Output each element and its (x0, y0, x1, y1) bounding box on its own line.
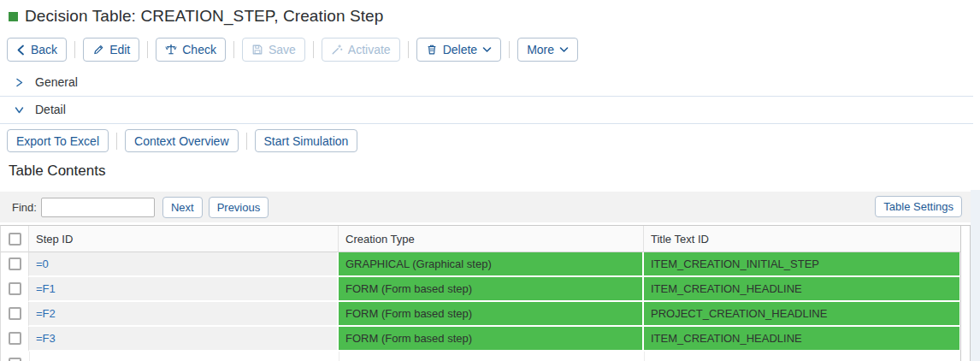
export-to-excel-button[interactable]: Export To Excel (7, 129, 109, 152)
delete-menu-button[interactable]: Delete (416, 38, 501, 62)
toolbar-separator (147, 41, 148, 58)
toolbar-separator (116, 133, 117, 150)
find-label: Find: (12, 201, 37, 214)
creation-type-cell[interactable]: GRAPHICAL (Graphical step) (339, 252, 644, 277)
column-divider (339, 352, 339, 361)
title-text-id-cell[interactable]: ITEM_CREATION_HEADLINE (644, 327, 961, 352)
toolbar-separator (313, 41, 314, 58)
table-row: =F3 FORM (Form based step) ITEM_CREATION… (1, 327, 960, 352)
table-scrollbar-track[interactable] (960, 225, 971, 361)
toolbar-separator (509, 41, 510, 58)
creation-type-cell[interactable]: FORM (Form based step) (339, 302, 644, 327)
row-checkbox[interactable] (9, 307, 21, 320)
page-right-gutter (971, 190, 980, 361)
more-menu-button[interactable]: More (517, 38, 578, 62)
check-button[interactable]: Check (156, 38, 226, 62)
divider (0, 123, 973, 124)
table-contents-grid: Step ID Creation Type Title Text ID =0 G… (0, 225, 960, 361)
column-header-title-text-id: Title Text ID (644, 226, 961, 252)
select-all-cell (1, 226, 29, 252)
pencil-icon (92, 44, 104, 56)
detail-actions-toolbar: Export To Excel Context Overview Start S… (7, 129, 357, 152)
chevron-left-icon (16, 44, 26, 56)
step-id-cell[interactable]: =F1 (29, 277, 339, 302)
title-text-id-cell[interactable]: ITEM_CREATION_HEADLINE (644, 277, 961, 302)
start-simulation-button[interactable]: Start Simulation (255, 129, 358, 152)
chevron-down-icon (559, 46, 569, 53)
save-button[interactable]: Save (242, 38, 305, 62)
back-button[interactable]: Back (7, 38, 67, 62)
edit-button[interactable]: Edit (83, 38, 139, 62)
trash-icon (426, 44, 438, 56)
creation-type-cell[interactable]: FORM (Form based step) (339, 277, 644, 302)
section-general-header[interactable]: General (14, 75, 78, 89)
row-select-cell (1, 252, 29, 277)
table-row: =F1 FORM (Form based step) ITEM_CREATION… (1, 277, 960, 302)
table-contents-heading: Table Contents (9, 163, 105, 180)
title-text-id-cell[interactable]: PROJECT_CREATION_HEADLINE (644, 302, 961, 327)
find-toolbar: Find: Next Previous Table Settings (0, 192, 971, 222)
select-all-checkbox[interactable] (9, 233, 21, 246)
chevron-right-icon (14, 77, 25, 88)
section-general-label: General (35, 75, 78, 89)
row-select-cell (1, 302, 29, 327)
table-row-partial (1, 352, 960, 361)
row-checkbox[interactable] (9, 282, 21, 295)
row-select-cell (1, 327, 29, 352)
toolbar-separator (233, 41, 234, 58)
page-title: Decision Table: CREATION_STEP, Creation … (25, 7, 383, 26)
toolbar-separator (246, 133, 247, 150)
table-row: =F2 FORM (Form based step) PROJECT_CREAT… (1, 302, 960, 327)
table-settings-button[interactable]: Table Settings (875, 196, 962, 217)
row-checkbox[interactable] (9, 358, 21, 361)
context-overview-button[interactable]: Context Overview (125, 129, 238, 152)
find-next-button[interactable]: Next (162, 197, 203, 218)
step-id-cell[interactable]: =F2 (29, 302, 339, 327)
floppy-disk-icon (251, 44, 263, 56)
decision-table-page: Decision Table: CREATION_STEP, Creation … (0, 0, 980, 361)
column-divider (29, 352, 30, 361)
divider (0, 96, 973, 97)
decision-table-object-icon (9, 12, 18, 21)
step-id-cell[interactable]: =0 (29, 252, 339, 277)
toolbar-separator (74, 41, 75, 58)
table-header-row: Step ID Creation Type Title Text ID (1, 226, 960, 252)
chevron-down-icon (482, 46, 492, 53)
step-id-cell[interactable]: =F3 (29, 327, 339, 352)
row-checkbox[interactable] (9, 257, 21, 270)
magic-wand-icon (331, 44, 343, 56)
title-text-id-cell[interactable]: ITEM_CREATION_INITIAL_STEP (644, 252, 961, 277)
table-row: =0 GRAPHICAL (Graphical step) ITEM_CREAT… (1, 252, 960, 277)
main-toolbar: Back Edit Check Save Activate Delete (7, 38, 578, 62)
creation-type-cell[interactable]: FORM (Form based step) (339, 327, 644, 352)
scales-icon (165, 44, 177, 56)
row-select-cell (1, 277, 29, 302)
find-input[interactable] (41, 198, 155, 217)
toolbar-separator (408, 41, 409, 58)
column-divider (644, 352, 645, 361)
page-header: Decision Table: CREATION_STEP, Creation … (9, 7, 383, 26)
find-previous-button[interactable]: Previous (209, 197, 269, 218)
column-header-step-id: Step ID (29, 226, 339, 252)
column-header-creation-type: Creation Type (339, 226, 644, 252)
row-checkbox[interactable] (9, 332, 21, 345)
section-detail-label: Detail (35, 103, 66, 116)
activate-button[interactable]: Activate (322, 38, 400, 62)
chevron-down-icon (14, 104, 25, 115)
section-detail-header[interactable]: Detail (14, 103, 66, 116)
